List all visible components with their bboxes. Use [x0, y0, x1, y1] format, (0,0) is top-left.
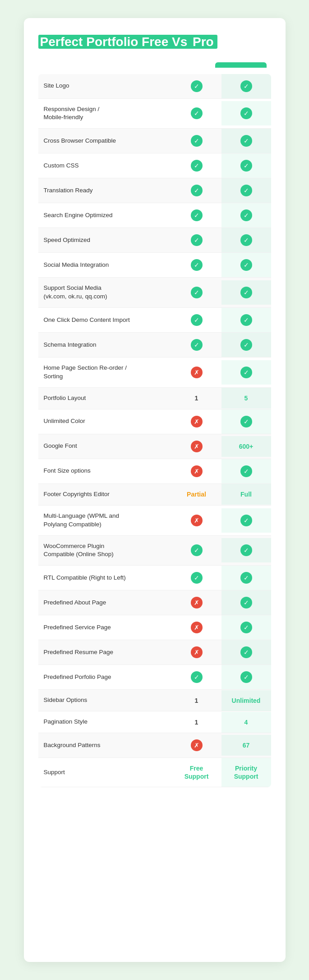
cell-free: ✗ — [172, 459, 221, 483]
check-icon: ✓ — [240, 416, 252, 427]
cell-pro: 600+ — [221, 436, 271, 457]
pro-value: Full — [240, 491, 252, 498]
feature-label: Search Engine Optimized — [38, 205, 172, 226]
cell-free: ✓ — [172, 253, 221, 277]
check-icon: ✓ — [191, 314, 203, 326]
cell-free: ✓ — [172, 333, 221, 357]
cell-free: ✗ — [172, 360, 221, 385]
feature-label: Responsive Design /Mobile-friendly — [38, 99, 172, 129]
feature-label: Unlimited Color — [38, 411, 172, 432]
cell-pro: ✓ — [221, 203, 271, 228]
cell-pro: ✓ — [221, 459, 271, 483]
header-pro — [215, 62, 267, 68]
check-icon: ✓ — [191, 544, 203, 556]
cross-icon: ✗ — [191, 441, 203, 452]
feature-label: Multi-Language (WPML andPolylang Compati… — [38, 506, 172, 535]
check-icon: ✓ — [240, 367, 252, 378]
cell-pro: ✓ — [221, 228, 271, 252]
table-row: Font Size options✗✓ — [38, 459, 271, 484]
cross-icon: ✗ — [191, 515, 203, 526]
cell-pro: ✓ — [221, 360, 271, 385]
feature-label: Custom CSS — [38, 155, 172, 176]
table-row: One Click Demo Content Import✓✓ — [38, 308, 271, 333]
cell-free: ✗ — [172, 640, 221, 664]
table-row: RTL Compatible (Right to Left)✓✓ — [38, 566, 271, 590]
check-icon: ✓ — [240, 80, 252, 92]
check-icon: ✓ — [240, 515, 252, 526]
table-row: Predefined Service Page✗✓ — [38, 615, 271, 640]
check-icon: ✓ — [191, 572, 203, 584]
cell-pro: 4 — [221, 712, 271, 733]
table-row: Multi-Language (WPML andPolylang Compati… — [38, 506, 271, 536]
check-icon: ✓ — [191, 234, 203, 246]
table-row: Predefined Porfolio Page✓✓ — [38, 665, 271, 690]
cell-free: Partial — [172, 484, 221, 505]
pro-value: 600+ — [239, 443, 254, 450]
cross-icon: ✗ — [191, 416, 203, 427]
check-icon: ✓ — [240, 107, 252, 119]
feature-label: Site Logo — [38, 75, 172, 97]
cell-free: ✓ — [172, 538, 221, 562]
check-icon: ✓ — [240, 622, 252, 633]
cross-icon: ✗ — [191, 367, 203, 378]
feature-label: Predefined Porfolio Page — [38, 667, 172, 688]
cell-pro: ✓ — [221, 538, 271, 562]
check-icon: ✓ — [240, 544, 252, 556]
cell-pro: ✓ — [221, 566, 271, 590]
cell-pro: ✓ — [221, 253, 271, 277]
cross-icon: ✗ — [191, 465, 203, 477]
feature-label: Schema Integration — [38, 334, 172, 356]
pro-value: 67 — [243, 742, 250, 749]
feature-label: Predefined Service Page — [38, 617, 172, 638]
feature-label: Predefined About Page — [38, 592, 172, 613]
check-icon: ✓ — [240, 209, 252, 221]
cell-pro: ✓ — [221, 101, 271, 125]
cell-free: ✓ — [172, 566, 221, 590]
check-icon: ✓ — [240, 671, 252, 683]
cell-pro: ✓ — [221, 665, 271, 689]
header-free — [166, 67, 216, 68]
table-row: Predefined About Page✗✓ — [38, 590, 271, 615]
feature-label: Google Font — [38, 436, 172, 457]
comparison-card: Perfect Portfolio Free Vs Pro Site Logo✓… — [24, 18, 286, 962]
feature-label: RTL Compatible (Right to Left) — [38, 567, 172, 589]
check-icon: ✓ — [191, 80, 203, 92]
table-row: SupportFreeSupportPrioritySupport — [38, 758, 271, 787]
table-row: Predefined Resume Page✗✓ — [38, 640, 271, 665]
feature-label: Social Media Integration — [38, 255, 172, 276]
check-icon: ✓ — [240, 572, 252, 584]
cell-free: ✓ — [172, 665, 221, 689]
table-row: Responsive Design /Mobile-friendly✓✓ — [38, 99, 271, 129]
cell-free: ✗ — [172, 409, 221, 434]
cell-pro: ✓ — [221, 590, 271, 615]
cell-free: ✓ — [172, 308, 221, 332]
check-icon: ✓ — [240, 135, 252, 147]
check-icon: ✓ — [191, 107, 203, 119]
cell-pro: ✓ — [221, 409, 271, 434]
feature-label: WooCommerce PluginCompatible (Online Sho… — [38, 536, 172, 566]
table-row: Pagination Style14 — [38, 711, 271, 733]
free-value: 1 — [195, 697, 198, 704]
cell-pro: 67 — [221, 735, 271, 756]
table-row: Custom CSS✓✓ — [38, 153, 271, 178]
check-icon: ✓ — [240, 465, 252, 477]
pro-value: 5 — [244, 395, 248, 402]
cross-icon: ✗ — [191, 597, 203, 608]
cell-free: ✓ — [172, 74, 221, 98]
comparison-table: Site Logo✓✓Responsive Design /Mobile-fri… — [38, 74, 271, 787]
cell-free: 1 — [172, 712, 221, 733]
table-row: Support Social Media(vk.com, ok.ru, qq.c… — [38, 278, 271, 308]
cell-free: ✓ — [172, 280, 221, 305]
table-header — [38, 62, 271, 72]
cell-free: ✓ — [172, 178, 221, 203]
table-row: Site Logo✓✓ — [38, 74, 271, 99]
feature-label: One Click Demo Content Import — [38, 310, 172, 331]
check-icon: ✓ — [240, 339, 252, 351]
check-icon: ✓ — [240, 234, 252, 246]
cell-free: ✗ — [172, 733, 221, 757]
cross-icon: ✗ — [191, 739, 203, 751]
check-icon: ✓ — [191, 287, 203, 298]
check-icon: ✓ — [191, 209, 203, 221]
table-row: Speed Optimized✓✓ — [38, 228, 271, 253]
cell-free: ✓ — [172, 228, 221, 252]
